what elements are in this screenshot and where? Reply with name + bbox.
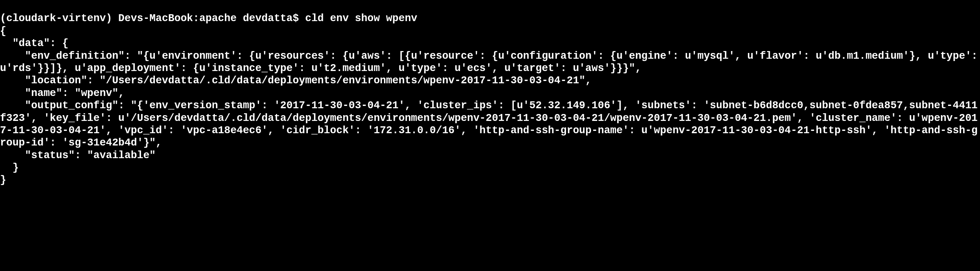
output-line: { (0, 25, 6, 37)
terminal-window[interactable]: (cloudark-virtenv) Devs-MacBook:apache d… (0, 0, 980, 187)
output-line: } (0, 174, 6, 186)
output-line: } (0, 162, 19, 174)
output-line: "name": "wpenv", (0, 88, 125, 99)
entered-command: cld env show wpenv (305, 13, 417, 24)
output-line: "output_config": "{'env_version_stamp': … (0, 100, 978, 149)
output-line: "location": "/Users/devdatta/.cld/data/d… (0, 75, 591, 86)
output-line: "env_definition": "{u'environment': {u'r… (0, 50, 980, 74)
output-line: "data": { (0, 38, 68, 49)
output-line: "status": "available" (0, 150, 156, 161)
shell-prompt: (cloudark-virtenv) Devs-MacBook:apache d… (0, 13, 305, 24)
